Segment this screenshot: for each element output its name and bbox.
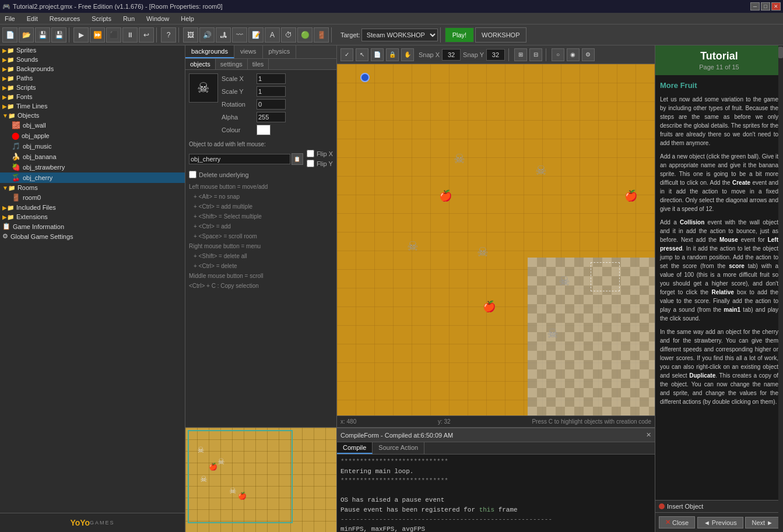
tree-global-settings[interactable]: ⚙ Global Game Settings bbox=[0, 231, 185, 241]
pause-button[interactable]: ⏸ bbox=[122, 27, 138, 43]
help-button[interactable]: ? bbox=[161, 27, 176, 43]
add-path-button[interactable]: 〰 bbox=[232, 27, 247, 43]
canvas-view-button[interactable]: ○ bbox=[552, 48, 564, 61]
colour-field: Colour bbox=[222, 125, 333, 135]
tree-obj-music[interactable]: 🎵 obj_music bbox=[0, 141, 185, 152]
tree-obj-strawberry[interactable]: 🍓 obj_strawberry bbox=[0, 162, 185, 172]
instruction-shift: + <Shift> = Select multiple bbox=[189, 212, 333, 221]
alpha-input[interactable] bbox=[257, 112, 286, 122]
tab-backgrounds[interactable]: backgrounds bbox=[185, 45, 234, 58]
tree-obj-cherry-label: obj_cherry bbox=[23, 174, 52, 181]
object-select-button[interactable]: 📋 bbox=[292, 153, 303, 165]
tutorial-scrollbar-track bbox=[778, 45, 783, 532]
flip-y-checkbox[interactable] bbox=[307, 160, 314, 167]
play-button[interactable]: Play! bbox=[445, 27, 474, 43]
menu-help[interactable]: Help bbox=[178, 14, 196, 23]
open-button[interactable]: 📂 bbox=[19, 27, 34, 43]
minimize-button[interactable]: ─ bbox=[750, 2, 760, 10]
room-grid-background: ☠ ☠ ☠ ☠ ☠ ☠ 🍎 🍎 🍎 bbox=[337, 64, 655, 415]
tree-scripts[interactable]: ▶📁 Scripts bbox=[0, 83, 185, 92]
menu-file[interactable]: File bbox=[2, 14, 17, 23]
play-run-button[interactable]: ▶ bbox=[73, 27, 89, 43]
canvas-grid-button[interactable]: ⊞ bbox=[514, 48, 527, 61]
tree-game-information[interactable]: 📋 Game Information bbox=[0, 221, 185, 231]
canvas-grid-toggle[interactable]: ⊟ bbox=[529, 48, 542, 61]
tree-paths[interactable]: ▶📁 Paths bbox=[0, 73, 185, 83]
sprite-apple-2: 🍎 bbox=[483, 300, 496, 313]
add-font-button[interactable]: A bbox=[265, 27, 280, 43]
tree-room0[interactable]: 🚪 room0 bbox=[0, 192, 185, 203]
rotation-input[interactable] bbox=[257, 99, 286, 110]
menu-window[interactable]: Window bbox=[144, 14, 171, 23]
compile-close-button[interactable]: ✕ bbox=[646, 431, 651, 439]
close-tutorial-button[interactable]: ✕ Close bbox=[659, 516, 695, 529]
restart-button[interactable]: ↩ bbox=[139, 27, 154, 43]
compile-tab-compile[interactable]: Compile bbox=[337, 442, 373, 454]
add-sprite-button[interactable]: 🖼 bbox=[183, 27, 198, 43]
canvas-move-button[interactable]: ✓ bbox=[340, 48, 353, 61]
save-button[interactable]: 💾 bbox=[35, 27, 50, 43]
prev-button[interactable]: ◄ Previous bbox=[697, 517, 743, 529]
scale-x-input[interactable] bbox=[257, 73, 286, 84]
flip-x-checkbox[interactable] bbox=[307, 150, 314, 157]
compile-tab-source[interactable]: Source Action bbox=[373, 442, 424, 454]
subtab-objects[interactable]: objects bbox=[185, 59, 216, 69]
tree-fonts[interactable]: ▶📁 Fonts bbox=[0, 92, 185, 101]
tree-sprites[interactable]: ▶📁 Sprites bbox=[0, 45, 185, 55]
object-name-input[interactable] bbox=[189, 154, 290, 164]
tree-objects[interactable]: ▼📁 Objects bbox=[0, 111, 185, 120]
save-as-button[interactable]: 💾 bbox=[51, 27, 66, 43]
close-button[interactable]: ✕ bbox=[771, 2, 781, 10]
menu-run[interactable]: Run bbox=[121, 14, 137, 23]
tree-obj-apple[interactable]: ⬤ obj_apple bbox=[0, 131, 185, 141]
next-button[interactable]: Next ► bbox=[745, 517, 780, 529]
tutorial-scrollbar-thumb[interactable] bbox=[778, 47, 783, 58]
canvas-view3-button[interactable]: ⚙ bbox=[582, 48, 595, 61]
tree-obj-cherry[interactable]: 🍒 obj_cherry bbox=[0, 172, 185, 183]
canvas-toolbar: ✓ ↖ 📄 🔒 ✋ Snap X Snap Y ⊞ ⊟ ○ ◉ ⚙ bbox=[337, 45, 655, 64]
add-timeline-button[interactable]: ⏱ bbox=[281, 27, 296, 43]
canvas-view2-button[interactable]: ◉ bbox=[567, 48, 580, 61]
canvas-move2-button[interactable]: ✋ bbox=[401, 48, 414, 61]
instruction-ctrl-add-multiple: + <Ctrl> = add multiple bbox=[189, 202, 333, 212]
stop-button[interactable]: ⬛ bbox=[106, 27, 121, 43]
canvas-pointer-button[interactable]: ↖ bbox=[356, 48, 368, 61]
tree-obj-wall[interactable]: 🧱 obj_wall bbox=[0, 120, 185, 131]
add-script-button[interactable]: 📝 bbox=[248, 27, 264, 43]
snap-x-input[interactable] bbox=[442, 49, 461, 61]
tree-timelines[interactable]: ▶📁 Time Lines bbox=[0, 101, 185, 111]
delete-underlying-checkbox[interactable] bbox=[189, 171, 196, 178]
tree-rooms[interactable]: ▼📁 Rooms bbox=[0, 183, 185, 192]
tree-extensions[interactable]: ▶📁 Extensions bbox=[0, 212, 185, 221]
tree-sounds[interactable]: ▶📁 Sounds bbox=[0, 55, 185, 64]
scale-y-input[interactable] bbox=[257, 86, 286, 97]
step-button[interactable]: ⏩ bbox=[90, 27, 105, 43]
tree-obj-apple-label: obj_apple bbox=[22, 132, 50, 139]
canvas-lock-button[interactable]: 🔒 bbox=[386, 48, 399, 61]
add-bg-button[interactable]: 🏞 bbox=[216, 27, 231, 43]
menu-edit[interactable]: Edit bbox=[24, 14, 40, 23]
tab-physics[interactable]: physics bbox=[263, 45, 297, 58]
tree-included-files[interactable]: ▶📁 Included Files bbox=[0, 203, 185, 212]
menu-scripts[interactable]: Scripts bbox=[89, 14, 114, 23]
new-button[interactable]: 📄 bbox=[2, 27, 17, 43]
maximize-button[interactable]: □ bbox=[761, 2, 770, 10]
colour-picker[interactable] bbox=[257, 125, 271, 135]
snap-y-input[interactable] bbox=[486, 49, 505, 61]
add-object-button[interactable]: 🟢 bbox=[297, 27, 313, 43]
tree-included-files-label: Included Files bbox=[16, 204, 56, 211]
subtab-tiles[interactable]: tiles bbox=[248, 59, 269, 69]
tree-obj-banana[interactable]: 🍌 obj_banana bbox=[0, 152, 185, 162]
tree-backgrounds[interactable]: ▶📁 Backgrounds bbox=[0, 64, 185, 73]
tab-views[interactable]: views bbox=[234, 45, 263, 58]
add-sound-button[interactable]: 🔊 bbox=[199, 27, 215, 43]
sprite-skull-6: ☠ bbox=[547, 326, 559, 341]
target-select[interactable]: Steam WORKSHOP bbox=[361, 29, 438, 41]
menu-resources[interactable]: Resources bbox=[47, 14, 83, 23]
workshop-button[interactable]: WORKSHOP bbox=[475, 27, 526, 43]
compile-dashes-3: ----------------------------------------… bbox=[340, 515, 651, 524]
canvas-add-button[interactable]: 📄 bbox=[371, 48, 384, 61]
prev-arrow-icon: ◄ bbox=[704, 519, 710, 526]
add-room-button[interactable]: 🚪 bbox=[314, 27, 329, 43]
subtab-settings[interactable]: settings bbox=[216, 59, 248, 69]
